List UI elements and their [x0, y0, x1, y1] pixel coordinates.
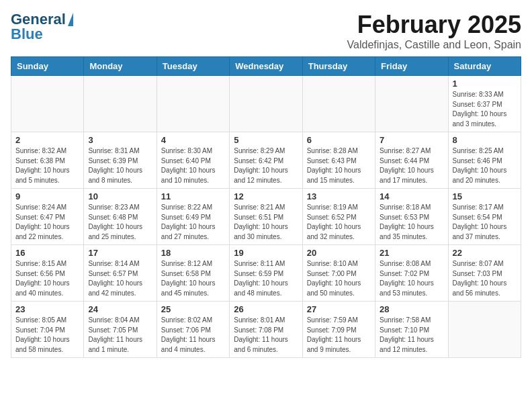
day-info: Sunrise: 8:22 AM Sunset: 6:49 PM Dayligh…	[161, 203, 225, 242]
day-info: Sunrise: 8:01 AM Sunset: 7:08 PM Dayligh…	[234, 316, 298, 355]
calendar-cell: 10Sunrise: 8:23 AM Sunset: 6:48 PM Dayli…	[84, 189, 157, 245]
calendar-cell: 17Sunrise: 8:14 AM Sunset: 6:57 PM Dayli…	[84, 245, 157, 302]
logo-triangle-icon	[68, 13, 73, 26]
day-number: 4	[161, 135, 225, 145]
day-info: Sunrise: 8:23 AM Sunset: 6:48 PM Dayligh…	[88, 203, 152, 242]
calendar-cell	[157, 76, 229, 132]
day-info: Sunrise: 8:28 AM Sunset: 6:43 PM Dayligh…	[307, 146, 371, 185]
day-number: 12	[234, 191, 298, 201]
weekday-header-wednesday: Wednesday	[230, 57, 302, 76]
day-info: Sunrise: 8:25 AM Sunset: 6:46 PM Dayligh…	[453, 146, 517, 185]
day-info: Sunrise: 8:11 AM Sunset: 6:59 PM Dayligh…	[234, 259, 298, 298]
calendar-cell: 6Sunrise: 8:28 AM Sunset: 6:43 PM Daylig…	[302, 132, 375, 189]
calendar-cell: 3Sunrise: 8:31 AM Sunset: 6:39 PM Daylig…	[84, 132, 157, 189]
calendar-cell: 16Sunrise: 8:15 AM Sunset: 6:56 PM Dayli…	[11, 245, 84, 302]
day-info: Sunrise: 8:24 AM Sunset: 6:47 PM Dayligh…	[15, 203, 79, 242]
calendar-table: SundayMondayTuesdayWednesdayThursdayFrid…	[11, 56, 521, 358]
calendar-cell: 22Sunrise: 8:07 AM Sunset: 7:03 PM Dayli…	[448, 245, 521, 302]
day-info: Sunrise: 8:30 AM Sunset: 6:40 PM Dayligh…	[161, 146, 225, 185]
location-title: Valdefinjas, Castille and Leon, Spain	[347, 39, 521, 51]
calendar-cell	[230, 76, 302, 132]
weekday-header-saturday: Saturday	[448, 57, 521, 76]
month-title: February 2025	[347, 11, 521, 39]
day-info: Sunrise: 8:27 AM Sunset: 6:44 PM Dayligh…	[380, 146, 443, 185]
calendar-cell	[375, 76, 448, 132]
day-info: Sunrise: 8:32 AM Sunset: 6:38 PM Dayligh…	[15, 146, 79, 185]
calendar-cell: 12Sunrise: 8:21 AM Sunset: 6:51 PM Dayli…	[230, 189, 302, 245]
day-number: 28	[380, 304, 443, 314]
day-number: 20	[307, 248, 371, 258]
calendar-cell: 20Sunrise: 8:10 AM Sunset: 7:00 PM Dayli…	[302, 245, 375, 302]
day-info: Sunrise: 7:59 AM Sunset: 7:09 PM Dayligh…	[307, 316, 371, 355]
calendar-cell: 19Sunrise: 8:11 AM Sunset: 6:59 PM Dayli…	[230, 245, 302, 302]
day-number: 14	[380, 191, 443, 201]
title-section: February 2025 Valdefinjas, Castille and …	[347, 11, 521, 51]
day-number: 3	[88, 135, 152, 145]
day-number: 13	[307, 191, 371, 201]
day-number: 26	[234, 304, 298, 314]
logo-blue-text: Blue	[11, 26, 43, 43]
day-number: 2	[15, 135, 79, 145]
day-number: 7	[380, 135, 443, 145]
day-info: Sunrise: 8:17 AM Sunset: 6:54 PM Dayligh…	[453, 203, 517, 242]
day-number: 6	[307, 135, 371, 145]
calendar-cell: 18Sunrise: 8:12 AM Sunset: 6:58 PM Dayli…	[157, 245, 229, 302]
day-number: 22	[453, 248, 517, 258]
day-number: 18	[161, 248, 225, 258]
calendar-cell: 2Sunrise: 8:32 AM Sunset: 6:38 PM Daylig…	[11, 132, 84, 189]
day-number: 19	[234, 248, 298, 258]
day-info: Sunrise: 8:29 AM Sunset: 6:42 PM Dayligh…	[234, 146, 298, 185]
calendar-cell: 25Sunrise: 8:02 AM Sunset: 7:06 PM Dayli…	[157, 302, 229, 358]
day-info: Sunrise: 8:04 AM Sunset: 7:05 PM Dayligh…	[88, 316, 152, 355]
day-number: 1	[453, 79, 517, 89]
calendar-cell: 8Sunrise: 8:25 AM Sunset: 6:46 PM Daylig…	[448, 132, 521, 189]
calendar-cell: 11Sunrise: 8:22 AM Sunset: 6:49 PM Dayli…	[157, 189, 229, 245]
day-number: 23	[15, 304, 79, 314]
day-info: Sunrise: 8:21 AM Sunset: 6:51 PM Dayligh…	[234, 203, 298, 242]
calendar-cell: 26Sunrise: 8:01 AM Sunset: 7:08 PM Dayli…	[230, 302, 302, 358]
calendar-cell: 9Sunrise: 8:24 AM Sunset: 6:47 PM Daylig…	[11, 189, 84, 245]
day-info: Sunrise: 8:07 AM Sunset: 7:03 PM Dayligh…	[453, 259, 517, 298]
day-number: 11	[161, 191, 225, 201]
day-info: Sunrise: 8:10 AM Sunset: 7:00 PM Dayligh…	[307, 259, 371, 298]
calendar-cell: 7Sunrise: 8:27 AM Sunset: 6:44 PM Daylig…	[375, 132, 448, 189]
day-number: 24	[88, 304, 152, 314]
calendar-week-4: 16Sunrise: 8:15 AM Sunset: 6:56 PM Dayli…	[11, 245, 521, 302]
weekday-header-row: SundayMondayTuesdayWednesdayThursdayFrid…	[11, 57, 521, 76]
day-info: Sunrise: 8:19 AM Sunset: 6:52 PM Dayligh…	[307, 203, 371, 242]
day-info: Sunrise: 8:12 AM Sunset: 6:58 PM Dayligh…	[161, 259, 225, 298]
weekday-header-thursday: Thursday	[302, 57, 375, 76]
day-info: Sunrise: 8:05 AM Sunset: 7:04 PM Dayligh…	[15, 316, 79, 355]
calendar-cell: 15Sunrise: 8:17 AM Sunset: 6:54 PM Dayli…	[448, 189, 521, 245]
calendar-cell: 24Sunrise: 8:04 AM Sunset: 7:05 PM Dayli…	[84, 302, 157, 358]
calendar-cell: 14Sunrise: 8:18 AM Sunset: 6:53 PM Dayli…	[375, 189, 448, 245]
calendar-cell	[11, 76, 84, 132]
day-info: Sunrise: 8:15 AM Sunset: 6:56 PM Dayligh…	[15, 259, 79, 298]
day-info: Sunrise: 7:58 AM Sunset: 7:10 PM Dayligh…	[380, 316, 443, 355]
calendar-cell: 5Sunrise: 8:29 AM Sunset: 6:42 PM Daylig…	[230, 132, 302, 189]
calendar-cell: 27Sunrise: 7:59 AM Sunset: 7:09 PM Dayli…	[302, 302, 375, 358]
logo: General Blue	[11, 11, 73, 43]
page-header: General Blue February 2025 Valdefinjas, …	[11, 11, 521, 51]
calendar-cell: 1Sunrise: 8:33 AM Sunset: 6:37 PM Daylig…	[448, 76, 521, 132]
calendar-cell: 23Sunrise: 8:05 AM Sunset: 7:04 PM Dayli…	[11, 302, 84, 358]
day-number: 5	[234, 135, 298, 145]
day-info: Sunrise: 8:14 AM Sunset: 6:57 PM Dayligh…	[88, 259, 152, 298]
day-number: 8	[453, 135, 517, 145]
calendar-cell	[448, 302, 521, 358]
day-number: 10	[88, 191, 152, 201]
day-info: Sunrise: 8:33 AM Sunset: 6:37 PM Dayligh…	[453, 90, 517, 129]
calendar-cell: 13Sunrise: 8:19 AM Sunset: 6:52 PM Dayli…	[302, 189, 375, 245]
weekday-header-tuesday: Tuesday	[157, 57, 229, 76]
day-number: 27	[307, 304, 371, 314]
day-info: Sunrise: 8:18 AM Sunset: 6:53 PM Dayligh…	[380, 203, 443, 242]
calendar-cell	[302, 76, 375, 132]
weekday-header-sunday: Sunday	[11, 57, 84, 76]
day-info: Sunrise: 8:02 AM Sunset: 7:06 PM Dayligh…	[161, 316, 225, 355]
day-number: 21	[380, 248, 443, 258]
day-number: 15	[453, 191, 517, 201]
calendar-week-1: 1Sunrise: 8:33 AM Sunset: 6:37 PM Daylig…	[11, 76, 521, 132]
calendar-cell	[84, 76, 157, 132]
day-info: Sunrise: 8:08 AM Sunset: 7:02 PM Dayligh…	[380, 259, 443, 298]
day-number: 9	[15, 191, 79, 201]
